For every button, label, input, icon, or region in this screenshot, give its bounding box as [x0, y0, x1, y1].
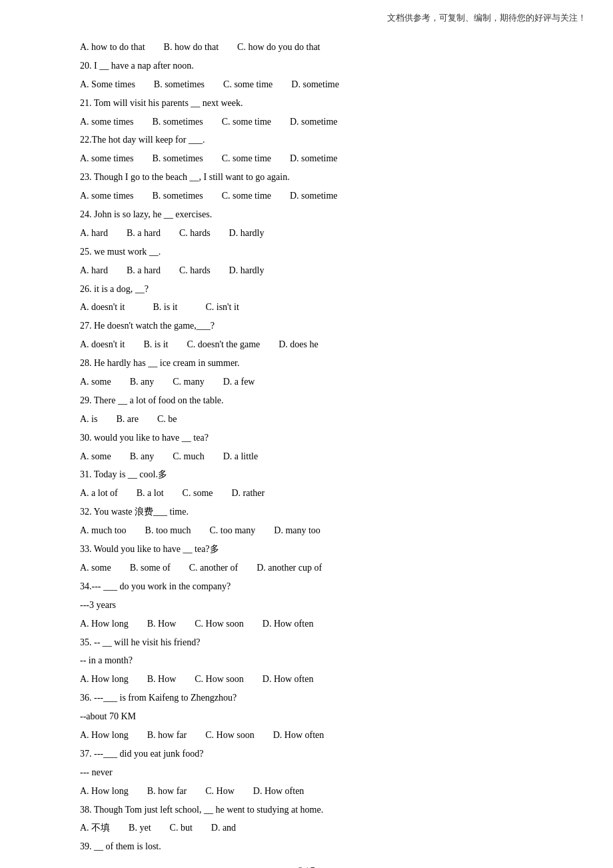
content-line: 27. He doesn't watch the game,___?: [80, 317, 533, 335]
content-line: A. How long B. how far C. How soon D. Ho…: [80, 727, 533, 744]
content-line: A. is B. are C. be: [80, 411, 533, 428]
content-line: A. some times B. sometimes C. some time …: [80, 113, 533, 131]
content-line: A. some times B. sometimes C. some time …: [80, 187, 533, 205]
content-line: 30. would you like to have __ tea?: [80, 429, 533, 447]
content-line: 28. He hardly has __ ice cream in summer…: [80, 355, 533, 372]
content-line: A. How long B. How C. How soon D. How of…: [80, 615, 533, 633]
content-line: 31. Today is __ cool.多: [80, 466, 533, 483]
content-line: A. doesn't it B. is it C. isn't it: [80, 299, 533, 316]
content-line: A. a lot of B. a lot C. some D. rather: [80, 485, 533, 502]
content-line: A. some B. any C. much D. a little: [80, 448, 533, 465]
content-line: A. How long B. How C. How soon D. How of…: [80, 671, 533, 688]
content-line: 32. You waste 浪费___ time.: [80, 503, 533, 521]
content-line: 26. it is a dog, __?: [80, 281, 533, 298]
content-line: A. some times B. sometimes C. some time …: [80, 150, 533, 167]
content-line: 23. Though I go to the beach __, I still…: [80, 169, 533, 186]
content-line: 29. There __ a lot of food on the table.: [80, 392, 533, 409]
content-line: A. some B. some of C. another of D. anot…: [80, 559, 533, 577]
content-line: A. hard B. a hard C. hards D. hardly: [80, 225, 533, 242]
content-line: A. Some times B. sometimes C. some time …: [80, 76, 533, 93]
content-line: A. 不填 B. yet C. but D. and: [80, 819, 533, 837]
content-line: A. some B. any C. many D. a few: [80, 373, 533, 391]
content-line: A. doesn't it B. is it C. doesn't the ga…: [80, 336, 533, 353]
content-line: ---3 years: [80, 597, 533, 614]
header-note: 文档供参考，可复制、编制，期待您的好评与关注！: [0, 0, 613, 31]
content-line: A. hard B. a hard C. hards D. hardly: [80, 262, 533, 279]
content-line: 35. -- __ will he visit his friend?: [80, 634, 533, 651]
content-line: 36. ---___ is from Kaifeng to Zhengzhou?: [80, 689, 533, 707]
content-line: 25. we must work __.: [80, 243, 533, 261]
content-line: A. how to do that B. how do that C. how …: [80, 39, 533, 56]
content-line: A. How long B. how far C. How D. How oft…: [80, 783, 533, 800]
content-line: 20. I __ have a nap after noon.: [80, 57, 533, 75]
content-line: 38. Though Tom just left school, __ he w…: [80, 801, 533, 819]
content-line: -- in a month?: [80, 652, 533, 669]
content-line: 34.--- ___ do you work in the company?: [80, 578, 533, 595]
content-line: A. much too B. too much C. too many D. m…: [80, 522, 533, 539]
content-line: 22.The hot day will keep for ___.: [80, 131, 533, 149]
content-line: 21. Tom will visit his parents __ next w…: [80, 95, 533, 112]
content-line: 39. __ of them is lost.: [80, 838, 533, 855]
content-line: --- never: [80, 764, 533, 781]
content-line: 37. ---___ did you eat junk food?: [80, 745, 533, 763]
content-line: 33. Would you like to have __ tea?多: [80, 541, 533, 558]
content-line: --about 70 KM: [80, 708, 533, 725]
content-line: 24. John is so lazy, he __ exercises.: [80, 206, 533, 223]
main-content: A. how to do that B. how do that C. how …: [0, 31, 613, 868]
